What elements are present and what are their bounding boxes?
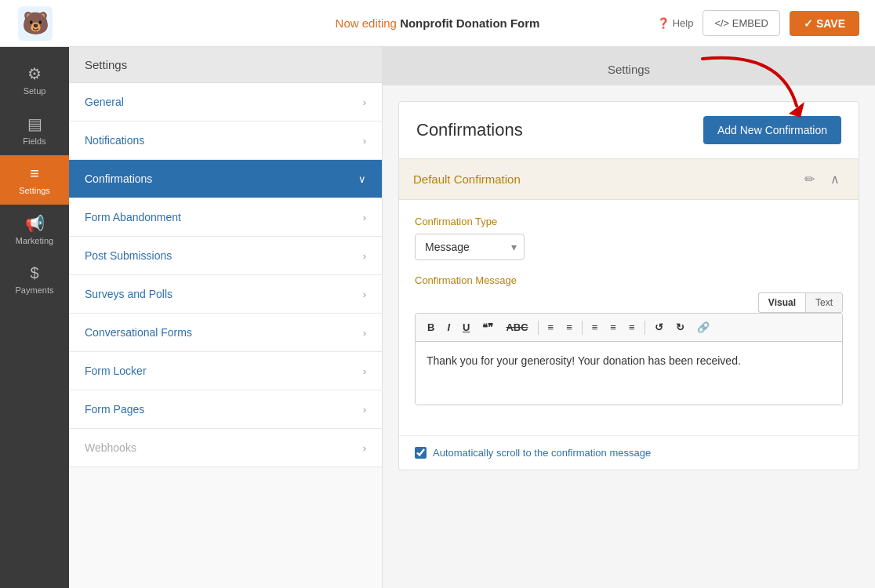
fields-label: Fields bbox=[23, 136, 45, 146]
settings-icon: ≡ bbox=[30, 165, 39, 183]
chevron-right-icon: › bbox=[363, 96, 366, 108]
sidebar-item-payments[interactable]: $ Payments bbox=[0, 255, 69, 304]
setup-label: Setup bbox=[24, 86, 46, 96]
confirmations-header: Confirmations Add New Confirmation bbox=[398, 101, 859, 159]
sidebar-item-form-locker[interactable]: Form Locker › bbox=[69, 352, 382, 390]
chevron-right-icon: › bbox=[363, 442, 366, 454]
tab-text[interactable]: Text bbox=[805, 292, 843, 313]
help-icon: ❓ bbox=[657, 17, 670, 29]
fields-icon: ▤ bbox=[27, 114, 42, 133]
embed-button[interactable]: </> EMBED bbox=[703, 10, 780, 36]
settings-tab-bar: Settings bbox=[383, 47, 875, 85]
blockquote-button[interactable]: ❝❞ bbox=[477, 318, 499, 336]
sidebar-item-fields[interactable]: ▤ Fields bbox=[0, 105, 69, 155]
ordered-list-button[interactable]: ≡ bbox=[561, 318, 578, 336]
settings-label: Settings bbox=[19, 186, 50, 195]
toolbar-divider-3 bbox=[644, 321, 645, 335]
sidebar-item-post-submissions[interactable]: Post Submissions › bbox=[69, 237, 382, 275]
confirmations-title: Confirmations bbox=[416, 120, 523, 140]
collapse-confirmation-button[interactable]: ∧ bbox=[826, 170, 844, 188]
top-header: 🐻 Now editing Nonprofit Donation Form ❓ … bbox=[0, 0, 875, 47]
logo-bear-icon: 🐻 bbox=[18, 6, 53, 41]
chevron-right-icon: › bbox=[363, 289, 366, 300]
confirmation-message-label: Confirmation Message bbox=[415, 274, 843, 286]
main-layout: ⚙ Setup ▤ Fields ≡ Settings 📢 Marketing … bbox=[0, 47, 875, 588]
confirmation-card-header: Default Confirmation ✏ ∧ bbox=[399, 159, 859, 200]
sidebar-item-notifications[interactable]: Notifications › bbox=[69, 122, 382, 160]
save-button[interactable]: ✓ SAVE bbox=[790, 11, 859, 36]
toolbar-divider-2 bbox=[582, 321, 583, 335]
sidebar-item-settings[interactable]: ≡ Settings bbox=[0, 155, 69, 205]
icon-sidebar: ⚙ Setup ▤ Fields ≡ Settings 📢 Marketing … bbox=[0, 47, 69, 588]
bold-button[interactable]: B bbox=[422, 318, 440, 336]
confirmation-type-select[interactable]: Message Page Redirect bbox=[415, 234, 525, 260]
chevron-right-icon: › bbox=[363, 327, 366, 339]
confirmation-message-group: Confirmation Message Visual Text B I U bbox=[415, 274, 843, 405]
chevron-right-icon: › bbox=[363, 365, 366, 377]
sub-sidebar: Settings General › Notifications › Confi… bbox=[69, 47, 383, 588]
sidebar-item-marketing[interactable]: 📢 Marketing bbox=[0, 205, 69, 255]
chevron-right-icon: › bbox=[363, 404, 366, 416]
align-right-button[interactable]: ≡ bbox=[623, 318, 641, 336]
confirmation-card-body: Confirmation Type Message Page Redirect … bbox=[399, 200, 859, 435]
sidebar-item-webhooks[interactable]: Webhooks › bbox=[69, 429, 382, 467]
toolbar-divider bbox=[538, 321, 539, 335]
italic-button[interactable]: I bbox=[441, 318, 456, 336]
tab-visual[interactable]: Visual bbox=[758, 292, 805, 313]
editor-toolbar: B I U ❝❞ ABC ≡ ≡ ≡ ≡ ≡ bbox=[416, 314, 842, 342]
sidebar-item-form-pages[interactable]: Form Pages › bbox=[69, 390, 382, 429]
form-name: Nonprofit Donation Form bbox=[400, 16, 539, 30]
chevron-down-icon: ∨ bbox=[358, 173, 366, 185]
confirmation-type-group: Confirmation Type Message Page Redirect … bbox=[415, 216, 843, 260]
marketing-label: Marketing bbox=[16, 236, 53, 245]
header-actions: ❓ Help </> EMBED ✓ SAVE bbox=[657, 10, 859, 36]
sidebar-item-conversational-forms[interactable]: Conversational Forms › bbox=[69, 314, 382, 352]
chevron-right-icon: › bbox=[363, 250, 366, 262]
undo-button[interactable]: ↺ bbox=[649, 318, 669, 336]
sidebar-item-confirmations[interactable]: Confirmations ∨ bbox=[69, 160, 382, 198]
sidebar-item-surveys-polls[interactable]: Surveys and Polls › bbox=[69, 275, 382, 314]
sidebar-item-general[interactable]: General › bbox=[69, 83, 382, 122]
confirmation-type-label: Confirmation Type bbox=[415, 216, 843, 227]
align-left-button[interactable]: ≡ bbox=[586, 318, 604, 336]
editor-tab-bar: Visual Text bbox=[415, 292, 843, 313]
editor-body[interactable]: Thank you for your generosity! Your dona… bbox=[416, 342, 842, 405]
logo-area: 🐻 bbox=[16, 4, 55, 43]
auto-scroll-label: Automatically scroll to the confirmation… bbox=[433, 447, 651, 459]
add-new-confirmation-button[interactable]: Add New Confirmation bbox=[703, 116, 841, 144]
edit-confirmation-button[interactable]: ✏ bbox=[800, 170, 819, 188]
link-button[interactable]: 🔗 bbox=[692, 318, 715, 336]
settings-tab-label: Settings bbox=[584, 55, 673, 85]
sub-sidebar-header: Settings bbox=[69, 47, 382, 83]
editing-prefix: Now editing bbox=[336, 16, 397, 30]
editor-container: B I U ❝❞ ABC ≡ ≡ ≡ ≡ ≡ bbox=[415, 313, 843, 405]
redo-button[interactable]: ↻ bbox=[670, 318, 690, 336]
strikethrough-button[interactable]: ABC bbox=[500, 318, 533, 336]
sidebar-item-setup[interactable]: ⚙ Setup bbox=[0, 55, 69, 105]
underline-button[interactable]: U bbox=[457, 318, 475, 336]
sidebar-item-form-abandonment[interactable]: Form Abandonment › bbox=[69, 198, 382, 237]
confirmation-card-actions: ✏ ∧ bbox=[800, 170, 844, 188]
main-content: Settings Confirmations Add New Confirmat… bbox=[383, 47, 875, 588]
align-center-button[interactable]: ≡ bbox=[605, 318, 622, 336]
confirmation-card: Default Confirmation ✏ ∧ Confirmation Ty… bbox=[398, 159, 859, 470]
confirmation-card-title: Default Confirmation bbox=[413, 172, 521, 186]
unordered-list-button[interactable]: ≡ bbox=[543, 318, 560, 336]
chevron-right-icon: › bbox=[363, 135, 366, 147]
payments-label: Payments bbox=[16, 285, 54, 295]
form-title-area: Now editing Nonprofit Donation Form bbox=[336, 16, 540, 30]
chevron-right-icon: › bbox=[363, 212, 366, 223]
auto-scroll-checkbox[interactable] bbox=[415, 447, 427, 459]
payments-icon: $ bbox=[30, 264, 38, 282]
marketing-icon: 📢 bbox=[25, 214, 45, 233]
confirmations-panel: Confirmations Add New Confirmation Defau… bbox=[383, 85, 875, 588]
type-select-wrapper: Message Page Redirect ▾ bbox=[415, 234, 525, 260]
auto-scroll-row: Automatically scroll to the confirmation… bbox=[399, 435, 859, 470]
help-button[interactable]: ❓ Help bbox=[657, 17, 694, 29]
setup-icon: ⚙ bbox=[27, 64, 42, 83]
